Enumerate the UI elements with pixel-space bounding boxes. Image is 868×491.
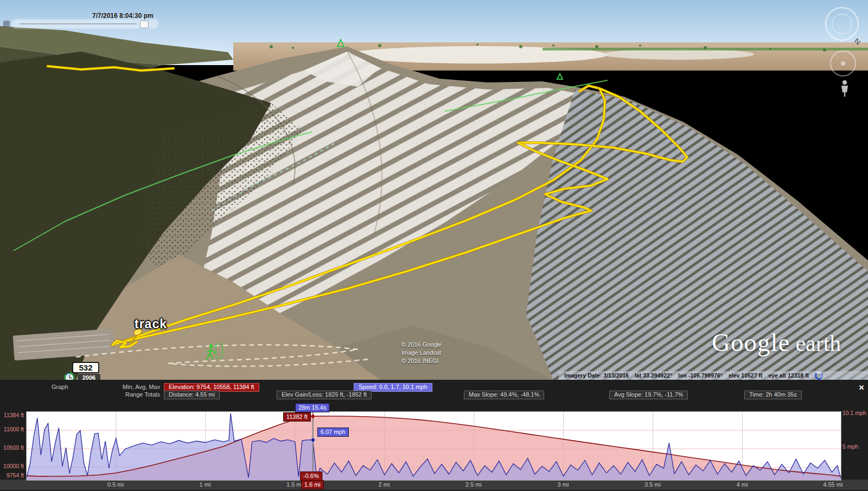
summit-marker-icon <box>557 74 563 79</box>
tooltip-elevation-badge: 11382 ft <box>283 412 311 422</box>
time-slider-clock-icon[interactable] <box>3 21 10 27</box>
max-slope-badge: Max Slope: 49.4%, -48.1% <box>464 391 544 399</box>
range-totals-row: Range Totals Distance: 4.55 mi Elev Gain… <box>0 391 868 399</box>
elevation-chart-plot[interactable] <box>26 411 841 481</box>
tooltip-distance-badge: 1.6 mi <box>301 480 324 489</box>
close-panel-button[interactable]: ✕ <box>857 384 866 392</box>
y-axis-elevation-label: 9754 ft <box>0 472 24 479</box>
graph-stats-row: Graph Min, Avg, Max Elevation: 9754, 105… <box>0 383 868 391</box>
y-axis-elevation-label: 11000 ft <box>0 426 24 432</box>
time-slider-handle[interactable] <box>140 21 149 28</box>
elevation-profile-panel: Graph Min, Avg, Max Elevation: 9754, 105… <box>0 380 868 491</box>
min-avg-max-label: Min, Avg, Max <box>90 383 160 391</box>
y-axis-speed-label: 10.1 mph <box>843 410 866 416</box>
avg-slope-badge: Avg Slope: 19.7%, -11.7% <box>609 391 688 399</box>
y-axis-elevation-label: 10500 ft <box>0 444 24 451</box>
y-axis-speed-label: 5 mph <box>843 443 858 450</box>
x-axis-band <box>0 480 868 490</box>
tooltip-speed-badge: 6.07 mph <box>317 428 349 437</box>
map-view[interactable]: N 7/7/2016 8:04:30 pm track 532 2006 © 2… <box>0 0 868 380</box>
map-scene[interactable]: N <box>0 0 868 380</box>
time-slider-track[interactable] <box>20 23 137 24</box>
y-axis-elevation-label: 10000 ft <box>0 463 24 469</box>
graph-label: Graph <box>52 383 68 391</box>
time-slider[interactable] <box>12 20 158 28</box>
street-view-person-icon[interactable] <box>841 80 848 97</box>
y-axis-elevation-label: 11384 ft <box>0 412 24 418</box>
time-badge: Time: 2h 40m 35s <box>744 391 802 399</box>
tooltip-time-badge: 28m 15.4s <box>295 403 329 412</box>
tooltip-slope-badge: -0.6% <box>300 471 322 481</box>
distance-badge: Distance: 4.55 mi <box>164 391 220 399</box>
gain-loss-badge: Elev Gain/Loss: 1825 ft, -1852 ft <box>277 391 372 399</box>
range-totals-label: Range Totals <box>90 391 160 398</box>
